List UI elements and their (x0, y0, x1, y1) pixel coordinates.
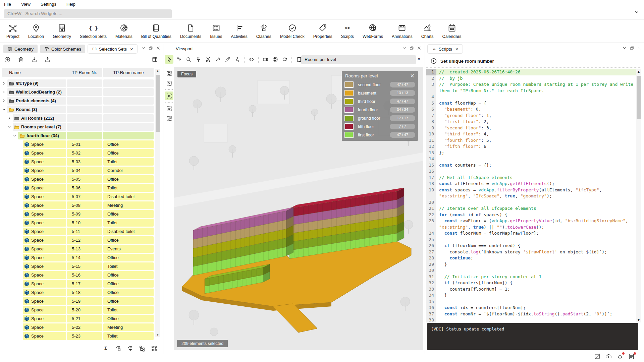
room-nr-cell[interactable]: 5-23 (67, 332, 102, 340)
toolbar-item-activities[interactable]: Activities (226, 21, 252, 41)
chevron-right-icon[interactable] (2, 81, 6, 85)
code-scrollbar[interactable]: ▲ ▼ (636, 69, 641, 322)
legend-row[interactable]: fourth floor34 / 34 (342, 106, 418, 114)
tab-scripts[interactable]: <>Scripts× (428, 45, 463, 53)
tree-space-row[interactable]: Space5-06Toilet (0, 184, 155, 192)
add-button[interactable] (4, 56, 11, 63)
room-name-cell[interactable] (103, 114, 154, 122)
notifications-button[interactable] (616, 353, 624, 360)
toolbar-item-properties[interactable]: Properties (309, 21, 337, 41)
panel-menu-button[interactable] (402, 46, 407, 50)
scroll-down-icon[interactable]: ▼ (636, 318, 641, 322)
room-name-cell[interactable]: Disabled toilet (103, 228, 154, 235)
room-name-cell[interactable]: Toilet (103, 332, 154, 340)
room-nr-cell[interactable]: 5-12 (67, 236, 102, 244)
room-nr-cell[interactable]: 5-03 (67, 158, 102, 166)
legend-swatch[interactable] (344, 107, 354, 113)
close-panel-button[interactable] (637, 46, 642, 50)
room-name-cell[interactable]: Toilet (103, 219, 154, 227)
scroll-down-icon[interactable]: ▼ (155, 334, 160, 337)
room-name-cell[interactable] (103, 106, 154, 113)
legend-row[interactable]: second floor47 / 47 (342, 80, 418, 89)
close-icon[interactable]: ✕ (410, 73, 415, 79)
close-icon[interactable]: × (130, 46, 133, 52)
room-nr-cell[interactable]: 5-17 (67, 280, 102, 288)
tree-space-row[interactable]: Space5-16Office (0, 271, 155, 280)
tree-space-row[interactable]: Space5-15Toilet (0, 262, 155, 271)
select-tool-button[interactable] (165, 55, 173, 64)
room-nr-cell[interactable]: 5-14 (67, 254, 102, 261)
toolbar-item-model-check[interactable]: Model Check (276, 21, 309, 41)
tree-space-row[interactable]: Space5-21Office (0, 314, 155, 323)
tree-folder-row[interactable]: All Rooms (212) (0, 114, 155, 123)
chevron-right-icon[interactable] (7, 116, 11, 120)
camera-tool-button[interactable] (261, 55, 270, 64)
float-panel-button[interactable] (149, 46, 153, 50)
room-name-cell[interactable]: Office (103, 236, 154, 244)
toolbar-item-documents[interactable]: Documents (176, 21, 206, 41)
scroll-up-icon[interactable]: ▲ (636, 70, 641, 73)
tree-space-row[interactable]: Space5-04Corridor (0, 166, 155, 175)
room-nr-cell[interactable]: 5-05 (67, 175, 102, 183)
orbit-tool-button[interactable] (271, 55, 279, 64)
chevron-down-icon[interactable] (13, 134, 16, 137)
tree-folder-row[interactable]: fourth floor (34) (0, 131, 155, 140)
room-name-cell[interactable]: Meeting (103, 323, 154, 331)
visibility-tool-button[interactable] (247, 55, 256, 64)
room-name-cell[interactable]: Events (103, 245, 154, 253)
room-name-cell[interactable]: Office (103, 140, 154, 148)
chevron-down-icon[interactable] (7, 125, 11, 129)
room-name-cell[interactable] (103, 132, 154, 139)
room-nr-cell[interactable] (67, 114, 102, 122)
tree-folder-row[interactable]: Rooms per level (7) (0, 123, 155, 131)
tree-space-row[interactable]: Space5-08Meeting (0, 201, 155, 210)
cut-tool-button[interactable] (204, 55, 212, 64)
clear-selection-button[interactable] (165, 79, 173, 87)
room-name-cell[interactable]: Disabled toilet (103, 193, 154, 200)
room-nr-cell[interactable] (67, 106, 102, 113)
room-name-cell[interactable] (103, 123, 154, 131)
sum-button[interactable]: Σ (102, 345, 109, 352)
viewport-canvas[interactable]: Focus Rooms per level ✕ second floor47 /… (174, 67, 423, 350)
tree-space-row[interactable]: Space5-22Meeting (0, 323, 155, 332)
room-nr-cell[interactable]: 5-16 (67, 271, 102, 279)
menu-view[interactable]: View (21, 2, 31, 7)
legend-row[interactable]: ground floor17 / 17 (342, 114, 418, 122)
signature-off-button[interactable] (594, 353, 601, 360)
tree-space-row[interactable]: Space5-11Disabled toilet (0, 227, 155, 236)
room-name-cell[interactable]: Office (103, 280, 154, 288)
room-nr-cell[interactable]: 5-18 (67, 289, 102, 296)
room-name-cell[interactable] (103, 88, 154, 96)
toolbar-more-chevrons[interactable]: » (418, 56, 420, 61)
panel-menu-button[interactable] (622, 46, 627, 50)
scrollbar-thumb[interactable] (156, 75, 160, 132)
legend-row[interactable]: first floor47 / 47 (342, 131, 418, 139)
room-name-cell[interactable]: Office (103, 149, 154, 157)
tree-space-row[interactable]: Space5-01Office (0, 140, 155, 149)
import-button[interactable] (31, 56, 38, 63)
color-scheme-select[interactable]: Rooms per level (301, 55, 416, 64)
toolbar-item-webforms[interactable]: WebForms (358, 21, 387, 41)
toolbar-item-bill-of-quantities[interactable]: Bill of Quantities (137, 21, 176, 41)
tree-space-row[interactable]: Space5-07Disabled toilet (0, 192, 155, 201)
legend-swatch[interactable] (344, 115, 354, 121)
toolbar-item-geometry[interactable]: Geometry (48, 21, 75, 41)
room-nr-cell[interactable]: 5-20 (67, 306, 102, 314)
room-name-cell[interactable]: Toilet (103, 262, 154, 270)
toolbar-item-charts[interactable]: Charts (417, 21, 438, 41)
room-nr-cell[interactable]: 5-19 (67, 297, 102, 305)
column-header-tp-room-nr-[interactable]: TP:Room Nr. (67, 68, 102, 77)
room-nr-cell[interactable]: 5-08 (67, 201, 102, 209)
room-name-cell[interactable] (103, 97, 154, 105)
tree-space-row[interactable]: Space5-12Office (0, 236, 155, 245)
tab-viewport[interactable]: Viewport (176, 46, 193, 51)
menu-file[interactable]: File (4, 2, 11, 7)
toolbar-item-project[interactable]: Project (2, 21, 24, 41)
toolbar-item-location[interactable]: Location (24, 21, 48, 41)
toolbar-item-animations[interactable]: Animations (387, 21, 417, 41)
show-selection-button[interactable] (165, 104, 173, 113)
sync-selection-button[interactable] (114, 345, 121, 352)
legend-swatch[interactable] (344, 123, 354, 130)
tree-space-row[interactable]: Space5-05Office (0, 175, 155, 184)
tree-space-row[interactable]: Space5-10Toilet (0, 219, 155, 227)
